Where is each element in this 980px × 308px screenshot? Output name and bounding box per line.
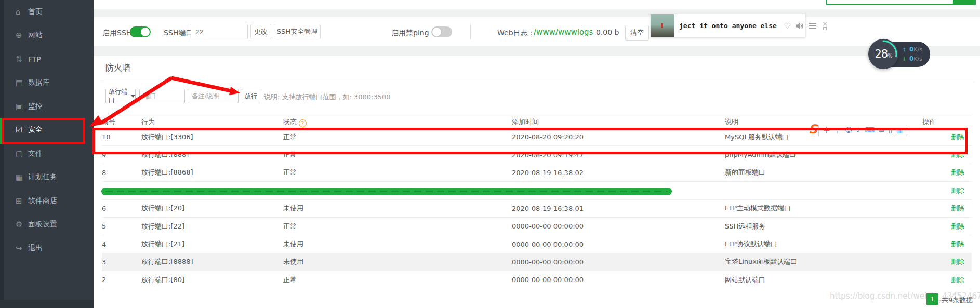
grid-icon: ⊞: [16, 196, 28, 206]
sidebar-item-label: 数据库: [28, 78, 50, 87]
usage-ring: [868, 39, 898, 69]
cell-status: 正常: [283, 217, 512, 235]
cell-id: 2: [102, 271, 141, 289]
search-button[interactable]: [953, 0, 975, 4]
sidebar-item-label: 退出: [28, 244, 43, 253]
chevron-down-icon: [131, 95, 135, 98]
sidebar-item-appstore[interactable]: ⊞ 软件商店: [0, 189, 94, 213]
ssh-port-input[interactable]: [191, 24, 248, 39]
cell-action: 放行端口:[20]: [141, 199, 283, 217]
memory-usage-ball[interactable]: 28%: [868, 39, 898, 69]
delete-link[interactable]: 删除: [951, 258, 964, 265]
upload-speed: 0: [909, 46, 913, 53]
sidebar-item-monitor[interactable]: ▣ 监控: [0, 95, 94, 118]
ssh-toolbar: 启用SSH SSH端口： 更改 SSH安全管理 启用禁ping Web日志： /…: [94, 17, 980, 46]
playlist-icon[interactable]: [809, 23, 816, 29]
clear-log-button[interactable]: 清空: [625, 25, 649, 41]
upload-unit: K/s: [913, 46, 922, 53]
sidebar-item-label: FTP: [28, 55, 41, 63]
sidebar-item-settings[interactable]: ⚙ 面板设置: [0, 213, 94, 237]
home-icon: ⌂: [16, 7, 28, 17]
cell-id: 4: [102, 235, 141, 253]
ssh-toggle[interactable]: [130, 26, 151, 37]
col-id: 编号: [102, 116, 141, 128]
logout-icon: ↪: [16, 244, 28, 253]
weblog-label: Web日志：: [497, 29, 535, 38]
weblog-path[interactable]: /www/wwwlogs: [534, 28, 593, 37]
search-input[interactable]: [826, 0, 976, 5]
green-marker-annotation: [101, 188, 672, 195]
cell-id: 5: [102, 217, 141, 235]
cell-desc: [725, 182, 922, 199]
change-port-button[interactable]: 更改: [250, 24, 271, 39]
cell-action: 放行端口:[80]: [141, 271, 283, 289]
cell-time: 0000-00-00 00:00:00: [512, 253, 725, 271]
download-arrow-icon: ↓: [902, 56, 909, 62]
download-unit: K/s: [913, 56, 922, 62]
pagination-page-1[interactable]: 1: [926, 293, 938, 305]
delete-link[interactable]: 删除: [951, 186, 964, 194]
cell-time: 0000-00-00 00:00:00: [512, 217, 725, 235]
delete-link[interactable]: 删除: [951, 204, 964, 212]
sidebar-item-label: 面板设置: [28, 220, 57, 229]
sidebar-item-label: 文件: [28, 149, 43, 158]
table-row: 5 放行端口:[22] 正常 0000-00-00 00:00:00 SSH远程…: [102, 217, 972, 235]
weblog-size: 0.00 b: [596, 28, 619, 36]
sidebar-bottom-strip: [0, 300, 94, 308]
cell-action: 放行端口:[8888]: [141, 253, 283, 271]
delete-link[interactable]: 删除: [951, 276, 964, 284]
cell-action: 放行端口:[8868]: [141, 164, 283, 181]
cell-time: 2020-08-19 16:38:01: [512, 199, 725, 217]
table-row: 2 放行端口:[80] 正常 0000-00-00 00:00:00 网站默认端…: [102, 271, 972, 289]
sidebar-item-label: 软件商店: [28, 196, 57, 206]
rule-type-select[interactable]: 放行端口: [105, 89, 136, 103]
cell-time: 2020-08-19 16:38:02: [512, 164, 725, 181]
sidebar-item-files[interactable]: ▢ 文件: [0, 142, 94, 166]
sidebar-item-label: 网站: [28, 31, 43, 40]
cell-status: 未使用: [283, 253, 512, 271]
desktop-lyrics-widget[interactable]: ject it onto anyone else ♡ ×: [651, 14, 805, 37]
gear-icon: ⚙: [16, 220, 28, 229]
sidebar-item-logout[interactable]: ↪ 退出: [0, 236, 94, 260]
delete-link[interactable]: 删除: [951, 222, 964, 230]
table-row: 3 放行端口:[8888] 未使用 0000-00-00 00:00:00 宝塔…: [102, 253, 972, 271]
cell-id: 8: [102, 164, 141, 181]
delete-link[interactable]: 删除: [951, 240, 964, 248]
total-count-label: 共9条数据: [942, 296, 973, 305]
cell-action: 放行端口:[21]: [141, 235, 283, 253]
cell-id: 3: [102, 253, 141, 271]
cell-id: 6: [102, 199, 141, 217]
red-highlight-row-annotation: [92, 128, 968, 154]
title-divider: [100, 82, 975, 82]
sidebar-item-ftp[interactable]: ⇅ FTP: [0, 47, 94, 71]
sidebar-item-sites[interactable]: ⊕ 网站: [0, 24, 94, 48]
minimize-icon[interactable]: [823, 27, 827, 30]
close-icon[interactable]: ×: [822, 21, 828, 26]
cell-status: 未使用: [283, 235, 512, 253]
allow-port-button[interactable]: 放行: [242, 89, 260, 103]
enable-ssh-label: 启用SSH: [102, 29, 131, 38]
note-input[interactable]: [188, 89, 239, 103]
status-help-icon[interactable]: ?: [299, 119, 307, 127]
cell-desc: 新的面板端口: [725, 164, 922, 181]
cell-desc: FTP主动模式数据端口: [725, 199, 922, 217]
col-time: 添加时间: [512, 116, 725, 128]
sidebar-item-label: 监控: [28, 102, 43, 111]
table-row: 8 放行端口:[8868] 正常 2020-08-19 16:38:02 新的面…: [102, 164, 972, 181]
cell-desc: SSH远程服务: [725, 217, 922, 235]
sidebar-item-cron[interactable]: ▦ 计划任务: [0, 166, 94, 190]
ping-toggle[interactable]: [431, 26, 452, 37]
sidebar-item-home[interactable]: ⌂ 首页: [0, 0, 94, 24]
rule-type-value: 放行端口: [109, 87, 129, 105]
delete-link[interactable]: 删除: [951, 168, 964, 176]
ssh-security-manage-button[interactable]: SSH安全管理: [274, 24, 321, 39]
sidebar-item-label: 首页: [28, 7, 43, 17]
panel-title: 防火墙: [105, 63, 130, 74]
port-input[interactable]: [139, 89, 185, 103]
divider: [470, 24, 471, 39]
cell-action: 放行端口:[22]: [141, 217, 283, 235]
speaker-icon[interactable]: [796, 22, 804, 30]
sidebar-item-database[interactable]: ▤ 数据库: [0, 71, 94, 95]
page: ⌂ 首页 ⊕ 网站 ⇅ FTP ▤ 数据库 ▣ 监控 ☑ 安全 ▢ 文件 ▦ 计: [0, 0, 980, 308]
heart-icon[interactable]: ♡: [784, 21, 791, 31]
